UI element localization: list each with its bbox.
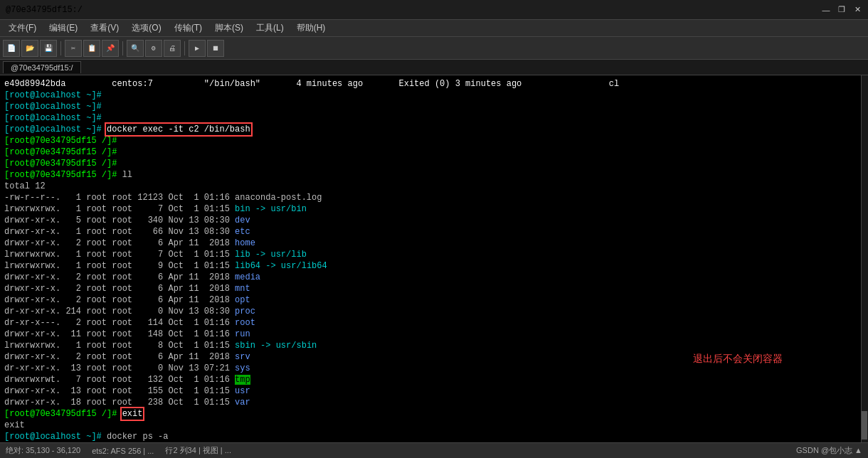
menu-script[interactable]: 脚本(S) [209,21,249,36]
menu-edit[interactable]: 编辑(E) [43,21,83,36]
term-line-17: lrwxrwxrwx. 1 root root 9 Oct 1 01:15 li… [4,260,864,272]
status-encoding: ets2: AFS 256 | ... [92,447,154,455]
menu-file[interactable]: 文件(F) [3,21,42,36]
term-line-31: exit [4,420,864,431]
term-line-5: [root@localhost ~]# docker exec -it c2 /… [4,124,864,135]
menu-help[interactable]: 帮助(H) [291,21,332,36]
term-line-20: drwxr-xr-x. 2 root root 6 Apr 11 2018 op… [4,294,864,306]
term-line-19: drwxr-xr-x. 2 root root 6 Apr 11 2018 mn… [4,283,864,294]
toolbar-btn-11[interactable]: ⏹ [207,40,224,57]
term-line-3: [root@localhost ~]# [4,101,864,112]
term-line-6: [root@70e34795df15 /]# [4,135,864,147]
toolbar-btn-2[interactable]: 📂 [21,40,38,57]
term-line-4: [root@localhost ~]# [4,112,864,124]
toolbar-btn-3[interactable]: 💾 [40,40,57,57]
menu-view[interactable]: 查看(V) [85,21,125,36]
menu-options[interactable]: 选项(O) [126,21,166,36]
toolbar-btn-7[interactable]: 🔍 [127,40,144,57]
term-line-28: drwxr-xr-x. 13 root root 155 Oct 1 01:15… [4,385,864,397]
term-line-18: drwxr-xr-x. 2 root root 6 Apr 11 2018 me… [4,272,864,283]
window-controls: — ❐ ✕ [821,5,862,15]
term-line-23: drwxr-xr-x. 11 root root 148 Oct 1 01:16… [4,329,864,340]
term-line-8: [root@70e34795df15 /]# [4,158,864,169]
toolbar-btn-6[interactable]: 📌 [102,40,119,57]
status-user: GSDN @包小志 ▲ [796,445,862,456]
toolbar-btn-4[interactable]: ✂ [65,40,82,57]
toolbar-btn-1[interactable]: 📄 [3,40,20,57]
term-line-10: total 12 [4,181,864,192]
term-line-27: drwxrwxrwt. 7 root root 132 Oct 1 01:16 … [4,374,864,385]
toolbar-sep-3 [184,41,185,55]
restore-button[interactable]: ❐ [837,5,847,15]
toolbar-sep-1 [60,41,61,55]
terminal-tab[interactable]: @70e34795df15:/ [3,61,81,73]
term-line-21: dr-xr-xr-x. 214 root root 0 Nov 13 08:30… [4,306,864,317]
close-button[interactable]: ✕ [852,5,862,15]
term-line-11: -rw-r--r--. 1 root root 12123 Oct 1 01:1… [4,192,864,203]
term-line-2: [root@localhost ~]# [4,90,864,101]
minimize-button[interactable]: — [821,5,831,15]
term-line-14: drwxr-xr-x. 1 root root 66 Nov 13 08:30 … [4,226,864,238]
docker-exec-command: docker exec -it c2 /bin/bash [107,124,250,134]
toolbar-btn-10[interactable]: ▶ [189,40,206,57]
tab-bar: @70e34795df15:/ [0,60,868,75]
term-line-12: lrwxrwxrwx. 1 root root 7 Oct 1 01:15 bi… [4,203,864,215]
exit-command: exit [122,409,143,419]
menu-transfer[interactable]: 传输(T) [169,21,208,36]
scrollbar[interactable] [861,75,868,442]
tmp-dir: tmp [235,375,250,385]
menu-tools[interactable]: 工具(L) [250,21,290,36]
term-line-32: [root@localhost ~]# docker ps -a [4,431,864,442]
term-line-29: drwxr-xr-x. 18 root root 238 Oct 1 01:15… [4,397,864,408]
toolbar: 📄 📂 💾 ✂ 📋 📌 🔍 ⚙ 🖨 ▶ ⏹ [0,37,868,60]
term-line-9: [root@70e34795df15 /]# ll [4,169,864,181]
term-line-24: lrwxrwxrwx. 1 root root 8 Oct 1 01:15 sb… [4,340,864,351]
status-position: 绝对: 35,130 - 36,120 [6,445,80,456]
toolbar-btn-5[interactable]: 📋 [83,40,100,57]
toolbar-btn-8[interactable]: ⚙ [145,40,162,57]
toolbar-sep-2 [122,41,123,55]
term-line-1: e49d89942bda centos:7 "/bin/bash" 4 minu… [4,78,864,90]
term-line-13: drwxr-xr-x. 5 root root 340 Nov 13 08:30… [4,215,864,226]
status-bar: 绝对: 35,130 - 36,120 ets2: AFS 256 | ... … [0,442,868,458]
terminal[interactable]: e49d89942bda centos:7 "/bin/bash" 4 minu… [0,75,868,442]
title-bar: @70e34795df15:/ — ❐ ✕ [0,0,868,20]
annotation-text: 退出后不会关闭容器 [693,353,783,366]
status-cursor: 行2 列34 | 视图 | ... [165,445,231,456]
toolbar-btn-9[interactable]: 🖨 [164,40,181,57]
term-line-15: drwxr-xr-x. 2 root root 6 Apr 11 2018 ho… [4,238,864,249]
term-line-22: dr-xr-x---. 2 root root 114 Oct 1 01:16 … [4,317,864,329]
scrollbar-thumb[interactable] [862,411,867,440]
term-line-7: [root@70e34795df15 /]# [4,147,864,158]
term-line-30: [root@70e34795df15 /]# exit [4,408,864,420]
title-text: @70e34795df15:/ [6,5,83,15]
term-line-16: lrwxrwxrwx. 1 root root 7 Oct 1 01:15 li… [4,249,864,260]
menu-bar: 文件(F) 编辑(E) 查看(V) 选项(O) 传输(T) 脚本(S) 工具(L… [0,20,868,37]
